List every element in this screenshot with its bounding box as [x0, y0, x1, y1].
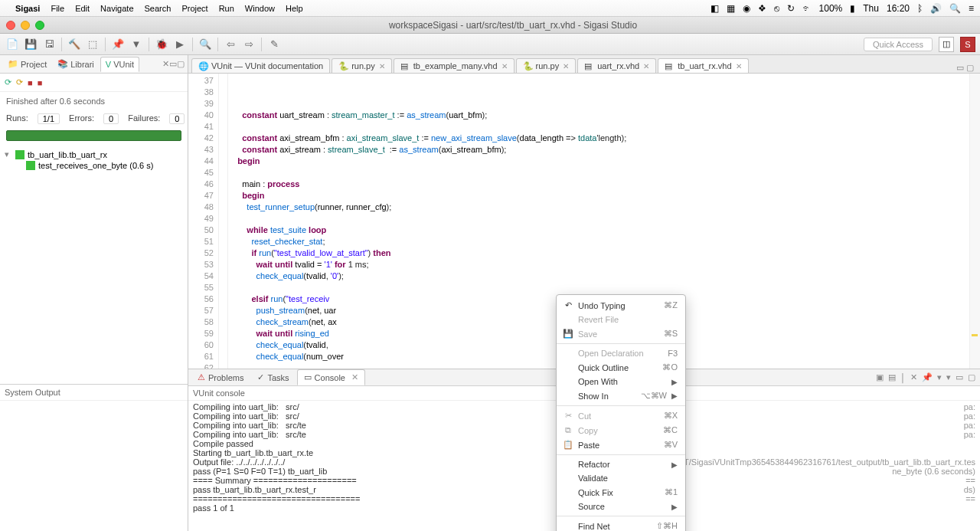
editor-tab-label: tb_uart_rx.vhd [678, 61, 731, 70]
tab-console[interactable]: ▭Console✕ [297, 369, 365, 385]
context-menu-item: ✂Cut⌘X [557, 408, 685, 423]
console-tool[interactable]: ▤ [888, 372, 896, 382]
tray-icon[interactable]: ◉ [743, 3, 750, 14]
context-menu-item[interactable]: Show In⌥⌘W▶ [557, 388, 685, 403]
rerun-failed-icon[interactable]: ⟳ [16, 77, 23, 87]
build-button[interactable]: 🔨 [67, 37, 82, 52]
context-menu-item[interactable]: Source▶ [557, 500, 685, 513]
run-button[interactable]: ▶ [172, 37, 188, 52]
close-icon[interactable]: ✕ [501, 62, 508, 70]
menu-icon[interactable]: ≡ [969, 3, 974, 14]
close-icon[interactable]: ✕ [162, 59, 169, 69]
battery-icon[interactable]: ▮ [850, 3, 855, 14]
editor-tab[interactable]: 🐍run.py✕ [332, 58, 392, 73]
maximize-editor-icon[interactable]: ▢ [966, 63, 974, 73]
debug-button[interactable]: 🐞 [154, 37, 169, 52]
nav-back-button[interactable]: ⇦ [223, 37, 238, 52]
close-icon[interactable]: ✕ [736, 62, 742, 70]
close-icon[interactable]: ✕ [563, 62, 569, 70]
menu-window[interactable]: Window [245, 4, 275, 13]
menu-help[interactable]: Help [286, 4, 303, 13]
context-menu-item[interactable]: Validate [557, 471, 685, 485]
context-menu-item[interactable]: Find Net⇧⌘H [557, 519, 685, 531]
app-name[interactable]: Sigasi [15, 4, 40, 13]
save-button[interactable]: 💾 [23, 37, 38, 52]
minimize-view-icon[interactable]: ▭ [169, 59, 177, 69]
toolbar-button[interactable]: ⬚ [85, 37, 100, 52]
rerun-icon[interactable]: ⟳ [5, 77, 11, 87]
context-menu-item[interactable]: Open With▶ [557, 375, 685, 388]
editor-tab[interactable]: ▤tb_example_many.vhd✕ [394, 58, 514, 73]
editor-tab[interactable]: ▤uart_rx.vhd✕ [577, 58, 656, 73]
spotlight-icon[interactable]: 🔍 [949, 3, 961, 14]
tray-icon[interactable]: ⎋ [774, 3, 779, 14]
editor-tab[interactable]: 🌐VUnit — VUnit documentation [191, 58, 330, 73]
tray-icon[interactable]: ❖ [758, 3, 766, 14]
search-button[interactable]: 🔍 [198, 37, 213, 52]
runs-label: Runs: [6, 113, 28, 124]
new-button[interactable]: 📄 [5, 37, 20, 52]
tab-problems[interactable]: ⚠Problems [191, 370, 250, 385]
console-open[interactable]: ▾ [946, 372, 951, 382]
tab-vunit[interactable]: VVUnit [100, 57, 139, 72]
tray-icon[interactable]: ↻ [787, 3, 795, 14]
fold-column[interactable] [219, 74, 228, 369]
tree-root[interactable]: ▾ tb_uart_lib.tb_uart_rx [3, 149, 185, 160]
close-icon[interactable]: ✕ [643, 62, 649, 70]
menu-navigate[interactable]: Navigate [100, 4, 133, 13]
bluetooth-icon[interactable]: ᛒ [917, 3, 923, 14]
nav-fwd-button[interactable]: ⇨ [241, 37, 256, 52]
menu-search[interactable]: Search [145, 4, 172, 13]
editor-tab[interactable]: 🐍run.py✕ [516, 58, 577, 73]
window-controls [6, 21, 44, 30]
overview-ruler[interactable] [969, 74, 980, 369]
minimize-window-button[interactable] [21, 21, 30, 30]
tree-child[interactable]: test_receives_one_byte (0.6 s) [24, 160, 185, 171]
pin-button[interactable]: 📌 [110, 37, 126, 52]
context-menu-item[interactable]: Quick Outline⌘O [557, 360, 685, 375]
close-icon[interactable]: ✕ [351, 372, 358, 382]
marker-button[interactable]: ✎ [266, 37, 282, 52]
save-all-button[interactable]: 🖫 [41, 37, 57, 52]
context-menu-item[interactable]: ↶Undo Typing⌘Z [557, 298, 685, 313]
menu-edit[interactable]: Edit [75, 4, 90, 13]
console-clear[interactable]: ✕ [910, 372, 917, 382]
console-switch[interactable]: ▾ [937, 372, 942, 382]
tray-icon[interactable]: ◧ [710, 3, 719, 14]
minimize-editor-icon[interactable]: ▭ [956, 63, 964, 73]
console-tool[interactable]: ▣ [876, 372, 884, 382]
tray-icon[interactable]: ▦ [727, 3, 735, 14]
console-tool[interactable]: │ [900, 373, 906, 382]
menu-run[interactable]: Run [219, 4, 234, 13]
wifi-icon[interactable]: ᯤ [802, 3, 812, 14]
menu-item-label: Open With [578, 377, 667, 386]
line-gutter: 3738394041424344454647484950515253545556… [188, 74, 219, 369]
perspective-button[interactable]: ◫ [939, 37, 954, 52]
file-icon: ▤ [400, 61, 410, 70]
tab-libraries[interactable]: 📚Librari [53, 57, 99, 71]
editor-tab[interactable]: ▤tb_uart_rx.vhd✕ [658, 58, 748, 73]
console-pin[interactable]: 📌 [922, 372, 933, 382]
sigasi-perspective-button[interactable]: S [960, 37, 975, 52]
close-icon[interactable]: ✕ [379, 62, 385, 70]
context-menu-item: Revert File [557, 313, 685, 326]
volume-icon[interactable]: 🔊 [930, 3, 942, 14]
context-menu-item[interactable]: Refactor▶ [557, 457, 685, 471]
stop-icon[interactable]: ■ [38, 78, 43, 87]
context-menu-item[interactable]: 📋Paste⌘V [557, 438, 685, 452]
zoom-window-button[interactable] [35, 21, 44, 30]
menu-item-shortcut: ⌘C [663, 425, 678, 435]
tab-tasks[interactable]: ✓Tasks [251, 370, 295, 385]
tab-project[interactable]: 📁Project [3, 57, 51, 71]
menu-file[interactable]: File [51, 4, 64, 13]
minimize-view-icon[interactable]: ▭ [956, 372, 963, 382]
toolbar-button[interactable]: ▼ [129, 37, 144, 52]
close-window-button[interactable] [6, 21, 15, 30]
quick-access-field[interactable]: Quick Access [864, 38, 933, 51]
stop-icon[interactable]: ■ [28, 78, 33, 87]
maximize-view-icon[interactable]: ▢ [177, 59, 185, 69]
maximize-view-icon[interactable]: ▢ [968, 372, 975, 382]
context-menu-item[interactable]: Quick Fix⌘1 [557, 485, 685, 500]
failures-count: 0 [169, 113, 185, 124]
menu-project[interactable]: Project [181, 4, 207, 13]
